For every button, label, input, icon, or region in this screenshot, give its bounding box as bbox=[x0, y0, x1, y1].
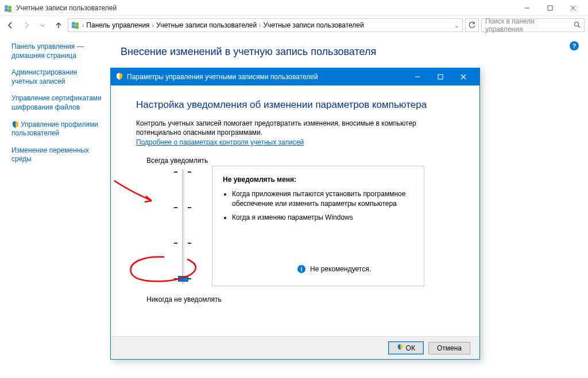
svg-point-12 bbox=[575, 22, 579, 26]
slider-tick bbox=[174, 243, 177, 244]
svg-rect-1 bbox=[5, 9, 8, 11]
dialog-description: Контроль учетных записей помогает предот… bbox=[136, 119, 454, 137]
page-title: Внесение изменений в учетную запись поль… bbox=[121, 46, 577, 58]
sidebar-item[interactable]: Управление профилями пользователей bbox=[11, 120, 105, 138]
slider-info-box: Не уведомлять меня: Когда приложения пыт… bbox=[212, 166, 424, 286]
uac-dialog: Параметры управления учетными записями п… bbox=[110, 68, 480, 360]
chevron-down-icon[interactable]: ⌄ bbox=[454, 22, 459, 29]
up-button[interactable] bbox=[52, 18, 65, 32]
info-title: Не уведомлять меня: bbox=[223, 176, 413, 184]
chevron-right-icon: › bbox=[82, 22, 84, 29]
chevron-right-icon: › bbox=[152, 22, 154, 29]
svg-point-2 bbox=[8, 6, 11, 9]
slider-track[interactable] bbox=[182, 169, 184, 284]
dialog-minimize-button[interactable] bbox=[406, 68, 429, 85]
help-icon[interactable]: ? bbox=[570, 41, 579, 50]
sidebar: Панель управления — домашняя страница Ад… bbox=[0, 34, 109, 378]
chevron-right-icon: › bbox=[259, 22, 261, 29]
sidebar-item[interactable]: Администрирование учетных записей bbox=[11, 68, 105, 86]
dialog-close-button[interactable] bbox=[452, 68, 475, 85]
cancel-label: Отмена bbox=[437, 344, 462, 352]
shield-icon bbox=[397, 344, 404, 352]
search-input[interactable]: Поиск в панели управления bbox=[481, 18, 585, 32]
navbar: › Панель управления › Учетные записи пол… bbox=[0, 16, 588, 34]
info-item: Когда я изменяю параметры Windows bbox=[232, 213, 413, 222]
sidebar-home[interactable]: Панель управления — домашняя страница bbox=[11, 42, 105, 60]
refresh-button[interactable] bbox=[465, 18, 479, 32]
uac-slider-area: Всегда уведомлять Никогда не уведомлять … bbox=[136, 157, 454, 300]
slider-tick bbox=[188, 172, 191, 173]
svg-rect-5 bbox=[548, 6, 552, 10]
svg-line-13 bbox=[578, 26, 580, 28]
close-button[interactable] bbox=[562, 0, 585, 16]
back-button[interactable] bbox=[3, 18, 17, 32]
ok-label: ОК bbox=[406, 344, 415, 352]
info-warning: Не рекомендуется. bbox=[310, 265, 371, 273]
window-title: Учетные записи пользователей bbox=[16, 4, 516, 12]
svg-rect-15 bbox=[438, 75, 443, 79]
breadcrumb-seg[interactable]: Учетные записи пользователей bbox=[156, 21, 257, 29]
dialog-learn-more-link[interactable]: Подробнее о параметрах контроля учетных … bbox=[136, 138, 304, 146]
breadcrumb-seg[interactable]: Панель управления bbox=[86, 21, 149, 29]
cancel-button[interactable]: Отмена bbox=[428, 342, 470, 354]
breadcrumb-seg[interactable]: Учетные записи пользователей bbox=[263, 21, 363, 29]
breadcrumb-icon bbox=[71, 20, 80, 31]
dialog-title: Параметры управления учетными записями п… bbox=[127, 73, 406, 81]
sidebar-item[interactable]: Изменение переменных среды bbox=[11, 146, 105, 164]
breadcrumb[interactable]: › Панель управления › Учетные записи пол… bbox=[68, 18, 463, 32]
svg-point-8 bbox=[72, 22, 75, 25]
slider-tick bbox=[174, 207, 177, 208]
svg-point-0 bbox=[5, 5, 8, 9]
search-icon bbox=[574, 21, 581, 30]
ok-button[interactable]: ОК bbox=[388, 341, 424, 354]
dialog-shield-icon bbox=[115, 72, 123, 82]
svg-point-10 bbox=[75, 22, 79, 26]
dialog-maximize-button[interactable] bbox=[429, 68, 452, 85]
slider-tick bbox=[174, 172, 177, 173]
minimize-button[interactable] bbox=[516, 0, 539, 16]
shield-icon bbox=[11, 120, 20, 128]
info-icon: i bbox=[297, 265, 305, 273]
slider-tick bbox=[188, 243, 191, 244]
slider-thumb[interactable] bbox=[178, 276, 188, 282]
forward-button[interactable] bbox=[20, 18, 33, 32]
svg-rect-3 bbox=[8, 9, 11, 12]
slider-tick bbox=[174, 278, 177, 279]
dialog-titlebar: Параметры управления учетными записями п… bbox=[111, 68, 479, 85]
slider-tick bbox=[188, 207, 191, 208]
slider-label-always: Всегда уведомлять bbox=[146, 157, 208, 165]
info-item: Когда приложения пытаются установить про… bbox=[232, 189, 413, 208]
sidebar-item[interactable]: Управление сертификатами шифрования файл… bbox=[11, 94, 105, 112]
search-placeholder: Поиск в панели управления bbox=[485, 17, 574, 33]
dialog-heading: Настройка уведомления об изменении парам… bbox=[136, 99, 454, 111]
svg-rect-11 bbox=[75, 26, 79, 29]
svg-rect-9 bbox=[72, 25, 75, 28]
app-icon bbox=[3, 3, 13, 13]
window-titlebar: Учетные записи пользователей bbox=[0, 0, 588, 16]
sidebar-item-label: Управление профилями пользователей bbox=[11, 120, 98, 138]
recent-dd[interactable] bbox=[36, 18, 49, 32]
dialog-footer: ОК Отмена bbox=[111, 336, 479, 359]
maximize-button[interactable] bbox=[539, 0, 562, 16]
slider-label-never: Никогда не уведомлять bbox=[146, 295, 222, 303]
